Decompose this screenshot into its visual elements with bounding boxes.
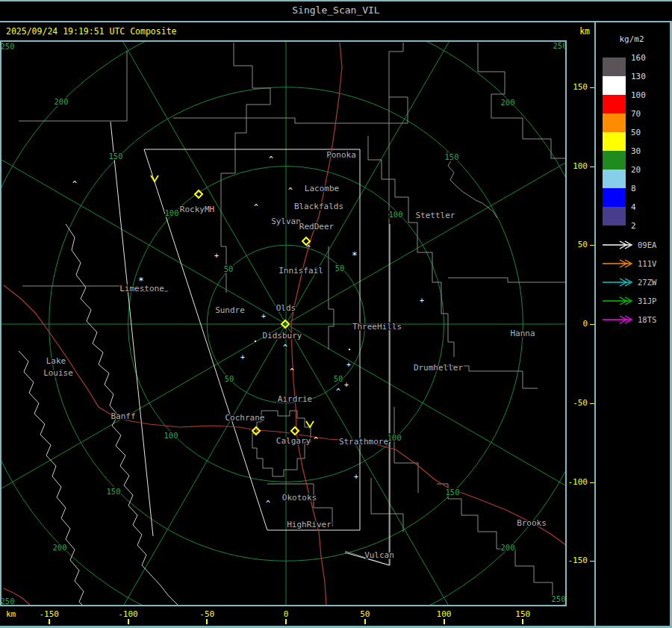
town-marker-dot: [349, 349, 350, 350]
radar-site-diamond-icon: [291, 427, 299, 435]
city-labels: PonokaLacombeBlackfaldsSylvanRedDeerInni…: [43, 150, 547, 560]
y-axis-unit-label: km: [569, 26, 590, 37]
town-marker: ^: [288, 187, 293, 195]
x-axis-tick: [364, 619, 366, 624]
radial-line: [83, 42, 287, 324]
city-label: Calgary: [276, 436, 311, 446]
range-ring-label: 50: [224, 264, 234, 273]
town-marker-dot: [255, 341, 256, 342]
colorbar-value-label: 20: [631, 165, 661, 175]
x-axis-tick: [128, 619, 129, 624]
storm-arrow-icon: [151, 175, 158, 181]
colorbar-value-label: 30: [631, 146, 661, 156]
colorbar-swatch: [603, 114, 626, 132]
range-ring-label: 100: [164, 431, 178, 440]
radar-arrow-icon: [602, 314, 638, 325]
x-axis: km -150-100-50050100150: [0, 606, 595, 627]
colorbar-value-label: 8: [631, 184, 661, 193]
range-ring-label: 200: [55, 97, 69, 106]
x-axis-tick: [49, 619, 50, 624]
town-marker: +: [420, 296, 424, 305]
y-axis-tick-label: -50: [567, 398, 588, 408]
town-marker: ^: [290, 367, 294, 376]
colorbar-swatch: [603, 95, 626, 114]
colorbar-swatch: [603, 207, 626, 226]
county-boundary-line: [437, 484, 565, 597]
radar-coverage-line: [111, 122, 153, 536]
x-axis-tick: [285, 619, 287, 624]
colorbar-swatch: [603, 151, 626, 170]
city-label: Drumheller: [414, 363, 464, 373]
county-boundary-line: [173, 118, 408, 123]
radar-arrow-icon: [602, 258, 638, 269]
colorbar-value-label: 50: [631, 128, 661, 137]
window-title: Single_Scan_VIL: [292, 4, 379, 16]
city-label: Didsbury: [263, 331, 302, 341]
city-label: RockyMH: [180, 205, 214, 214]
provincial-border-line: [19, 351, 84, 605]
x-axis-tick-label: 150: [508, 609, 538, 619]
colorbar-value-label: 130: [631, 72, 661, 81]
town-marker: ^: [283, 343, 287, 352]
city-label: RedDeer: [299, 222, 335, 231]
range-ring-label: 250: [1, 42, 14, 51]
county-boundary-line: [478, 43, 565, 158]
radar-id-label: 09EA: [638, 240, 656, 249]
city-label: Ponoka: [326, 150, 356, 160]
city-label: Vulcan: [364, 550, 394, 560]
range-ring-label: 100: [165, 208, 179, 217]
y-axis-tick-label: 100: [567, 161, 588, 171]
radial-line: [1, 121, 286, 325]
x-axis-tick-label: -50: [192, 609, 222, 619]
radar-legend-row: 09EA: [596, 240, 670, 250]
range-ring-label: 250: [552, 594, 565, 603]
colorbar-value-label: 100: [631, 90, 661, 100]
radar-legend-row: 27ZW: [596, 277, 670, 287]
x-axis-tick: [522, 619, 523, 624]
city-label: Sundre: [215, 305, 245, 315]
town-marker: ^: [336, 388, 340, 396]
radar-arrow-icon: [602, 277, 638, 287]
city-label: Blackfalds: [294, 202, 343, 211]
y-axis-tick-label: -100: [567, 477, 588, 487]
colorbar-swatch: [603, 188, 626, 207]
scan-timestamp: 2025/09/24 19:19:51 UTC Composite: [6, 26, 176, 37]
colorbar-swatch: [603, 170, 626, 188]
radar-map[interactable]: 5050505010010010010015015015015020020020…: [0, 40, 567, 606]
colorbar-swatch: [603, 57, 626, 76]
city-label: Olds: [276, 303, 296, 313]
x-axis-tick: [444, 619, 445, 624]
radar-id-label: 111V: [638, 259, 656, 268]
range-ring-label: 250: [553, 42, 565, 50]
town-marker: +: [344, 381, 349, 389]
range-ring-label: 100: [388, 433, 402, 442]
range-ring-label: 100: [389, 210, 403, 219]
town-marker: +: [261, 312, 266, 320]
radial-line: [83, 324, 287, 605]
city-label: Innisfail: [279, 266, 323, 276]
app-window: Single_Scan_VIL 2025/09/24 19:19:51 UTC …: [0, 0, 672, 628]
range-ring-label: 250: [1, 597, 14, 605]
title-bar: Single_Scan_VIL: [0, 1, 672, 21]
town-marker: ^: [72, 180, 77, 188]
city-label: Lacombe: [305, 184, 339, 193]
sidebar: kg/m2 16013010070503020842 09EA111V27ZW3…: [596, 22, 670, 626]
city-label: Stettler: [416, 211, 455, 220]
city-label: Airdrie: [278, 394, 312, 404]
city-label: Sylvan: [271, 217, 301, 226]
city-label: Strathmore: [339, 437, 388, 447]
range-ring-label: 150: [107, 487, 121, 496]
range-ring-label: 50: [335, 264, 345, 273]
radar-map-canvas: 5050505010010010010015015015015020020020…: [1, 42, 565, 605]
x-axis-tick-label: 50: [350, 609, 380, 619]
storm-arrow-icon: [306, 421, 314, 427]
x-axis-tick-label: 100: [429, 609, 459, 619]
range-rings: [1, 42, 565, 605]
radar-id-label: 31JP: [638, 296, 656, 305]
county-boundary-line: [371, 478, 403, 532]
ring-labels: 5050505010010010010015015015015020020020…: [1, 42, 565, 605]
colorbar-value-label: 2: [631, 221, 661, 231]
radial-lines: [1, 42, 565, 605]
range-ring-label: 50: [334, 374, 343, 383]
y-axis-tick-label: 0: [567, 319, 588, 329]
